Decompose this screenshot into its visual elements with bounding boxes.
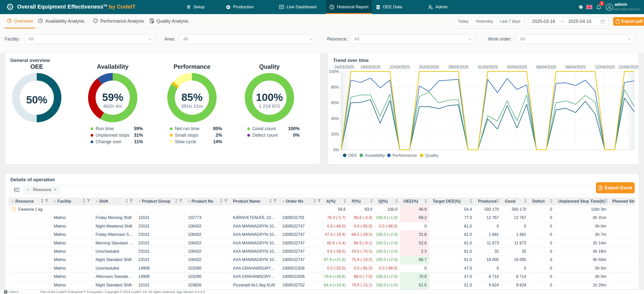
chip-close-icon[interactable]: ✕ (54, 187, 57, 192)
q-cell: 100.0 (+2.0) (375, 247, 400, 256)
column-header-product-name[interactable]: Product Name (230, 197, 279, 205)
filter-funnel-icon[interactable] (224, 199, 227, 204)
filter-funnel-icon[interactable] (273, 199, 277, 204)
sort-icon[interactable] (370, 199, 373, 204)
sort-icon[interactable] (175, 199, 178, 204)
filter-funnel-icon[interactable] (179, 199, 182, 204)
last7days-button[interactable]: Last 7 days (496, 17, 524, 25)
add-group-icon[interactable]: + (138, 199, 141, 204)
oee-cell: 46.9 (400, 205, 429, 214)
column-header-resource[interactable]: +Resource (9, 197, 51, 205)
column-header-product-group[interactable]: +Product Group (135, 197, 185, 205)
user-avatar[interactable] (606, 3, 613, 12)
nav-item-admin[interactable]: Admin (426, 0, 449, 14)
chevron-down-icon (148, 37, 152, 41)
table-cell: 47.0 (429, 273, 475, 281)
nav-item-historical-report[interactable]: Historical Report (326, 0, 372, 14)
yesterday-button[interactable]: Yesterday (472, 17, 497, 25)
sort-icon[interactable] (395, 199, 398, 204)
column-header-a-[interactable]: A(%) (323, 197, 348, 205)
trend-legend-label: Availability (365, 153, 385, 158)
sort-icon[interactable] (220, 199, 223, 204)
filter-funnel-icon[interactable] (130, 199, 133, 204)
tab-availability-analysis[interactable]: Availability Analysis (36, 14, 87, 28)
filter-select-facility[interactable]: All (25, 34, 155, 44)
nav-item-setup[interactable]: Setup (185, 0, 206, 14)
add-group-icon[interactable]: + (12, 199, 14, 204)
nav-item-oee-data[interactable]: OEE Data (374, 0, 404, 14)
trend-chart: 0%20%40%60%80%100%16/03/202519/03/202522… (328, 63, 639, 166)
settings-gear-icon[interactable] (578, 4, 584, 11)
table-cell (609, 247, 635, 256)
sort-icon[interactable] (343, 199, 346, 204)
calendar-icon (600, 19, 605, 24)
facility-cell: Malmo (51, 231, 92, 239)
table-cell (9, 231, 51, 239)
table-cell: 0 (475, 222, 502, 231)
column-header-q-[interactable]: Q(%) (375, 197, 400, 205)
add-group-icon[interactable]: + (54, 199, 56, 204)
notification-badge[interactable]: 1 (599, 1, 604, 6)
date-to[interactable]: 2025-04-15 (568, 19, 591, 24)
sort-icon[interactable] (605, 199, 608, 204)
sort-icon[interactable] (41, 199, 44, 204)
column-header-oee-[interactable]: OEE(%) (400, 197, 429, 205)
language-flag-icon[interactable] (586, 5, 592, 10)
filter-funnel-icon[interactable] (45, 199, 48, 204)
column-header-target-oee-[interactable]: Target OEE(%) (429, 197, 475, 205)
sort-icon[interactable] (125, 199, 128, 204)
table-cell: 116h 3m (555, 205, 609, 214)
add-group-icon[interactable]: + (188, 199, 190, 204)
sort-icon[interactable] (313, 199, 316, 204)
order-no-cell: 1000532747 (279, 222, 323, 231)
nav-item-production[interactable]: Production (224, 0, 255, 14)
sort-icon[interactable] (497, 199, 499, 204)
date-from[interactable]: 2025-03-16 (532, 19, 555, 24)
table-cell: 0 (529, 256, 555, 264)
today-button[interactable]: Today (455, 17, 472, 25)
vertical-scrollbar[interactable] (640, 197, 642, 287)
column-header-product-no[interactable]: +Product No (185, 197, 230, 205)
collapse-group-icon[interactable]: − (12, 207, 16, 211)
add-group-icon[interactable]: + (96, 199, 98, 204)
tab-performance-analysis[interactable]: Performance Analysis (91, 14, 146, 28)
column-header-order-no[interactable]: +Order No (279, 197, 323, 205)
ungroup-icon[interactable] (14, 187, 20, 193)
filter-select-workorder[interactable]: All (516, 34, 635, 44)
column-header-unplanned-stop-time-h-[interactable]: Unplanned Stop Time(h) (555, 197, 609, 205)
column-header-p-[interactable]: P(%) (348, 197, 375, 205)
column-header-produced[interactable]: Produced (475, 197, 502, 205)
add-group-icon[interactable]: + (282, 199, 285, 204)
a-cell: 0.0 (-66.0) (323, 222, 348, 231)
nav-item-live-dashboard[interactable]: Live Dashboard (277, 0, 318, 14)
gauge-icon (93, 18, 98, 25)
sort-icon[interactable] (470, 199, 472, 204)
filter-select-resource[interactable]: All (350, 34, 475, 44)
filter-select-area[interactable]: All (179, 34, 316, 44)
user-name[interactable]: admin (615, 2, 627, 7)
filter-funnel-icon[interactable] (317, 199, 321, 204)
column-header-shift[interactable]: +Shift (92, 197, 135, 205)
facility-cell: Malmo (51, 256, 92, 264)
table-cell: 0h 0m (555, 264, 609, 273)
order-no-cell: 1000532747 (279, 239, 323, 247)
table-cell: 0 (529, 222, 555, 231)
export-pdf-button[interactable]: Export pdf (613, 17, 644, 26)
sort-icon[interactable] (524, 199, 527, 204)
column-header-facility[interactable]: +Facility (51, 197, 92, 205)
tab-quality-analysis[interactable]: Quality Analysis (147, 14, 190, 28)
tab-overview[interactable]: Overview (5, 14, 35, 28)
column-header-defect[interactable]: Defect (529, 197, 555, 205)
column-header-planned-stop[interactable]: Planned Stop (609, 197, 635, 205)
legend-dot-icon (247, 134, 250, 137)
sort-icon[interactable] (550, 199, 553, 204)
x-axis-label: 22/03/2025 (390, 65, 410, 69)
date-range-picker[interactable]: 2025-03-16 2025-04-15 (528, 17, 609, 26)
group-chip-resource[interactable]: +Resource✕ (24, 186, 60, 194)
sort-icon[interactable] (424, 199, 427, 204)
column-header-good[interactable]: Good (502, 197, 529, 205)
export-excel-button[interactable]: Export Excel (596, 182, 635, 193)
sort-icon[interactable] (269, 199, 272, 204)
sort-icon[interactable] (83, 199, 85, 204)
filter-funnel-icon[interactable] (87, 199, 90, 204)
